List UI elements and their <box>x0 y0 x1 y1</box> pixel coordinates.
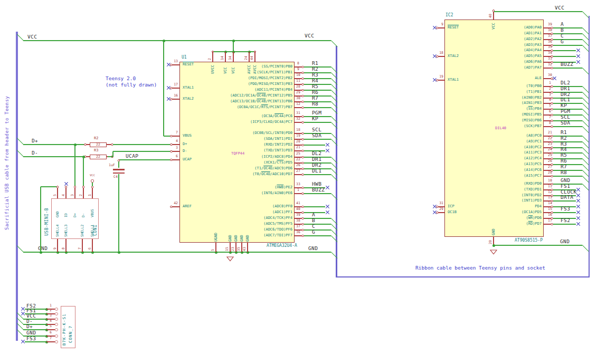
net-label-R8[interactable]: R8 <box>561 170 567 175</box>
note-teensy-line2: (not fully drawn) <box>106 82 157 88</box>
net-label-G[interactable]: G <box>312 229 315 235</box>
pin-number: 18 <box>292 128 305 132</box>
net-label-KP[interactable]: KP <box>312 116 318 121</box>
net-label-GND[interactable]: GND <box>560 239 570 244</box>
net-label-R7[interactable]: R7 <box>312 95 318 101</box>
net-label-FS1[interactable]: FS1 <box>561 184 570 189</box>
net-label-GND[interactable]: GND <box>38 246 48 251</box>
pin-number: 3 <box>71 194 74 196</box>
wire-segment <box>553 50 576 51</box>
net-label-SCL[interactable]: SCL <box>561 114 570 120</box>
pin-stub <box>295 235 302 236</box>
net-label-VCC[interactable]: VCC <box>555 5 564 11</box>
net-label-BUZZ[interactable]: BUZZ <box>561 62 573 67</box>
net-label-DR2[interactable]: DR2 <box>312 162 321 168</box>
pin-stub <box>233 52 233 62</box>
note-sacrificial-usb[interactable]: Sacrificial USB cable from header to Tee… <box>4 96 10 231</box>
net-label-R7[interactable]: R7 <box>561 164 567 169</box>
value-CON1[interactable]: USB-MINI-B <box>45 208 49 236</box>
net-label-SCL[interactable]: SCL <box>312 127 321 132</box>
net-label-R3[interactable]: R3 <box>312 72 318 78</box>
no-connect-icon <box>576 60 580 64</box>
net-label-R1[interactable]: R1 <box>561 130 567 135</box>
pin-name: (RD)PD7 <box>449 222 542 226</box>
net-label-C[interactable]: C <box>312 224 315 229</box>
net-label-R4[interactable]: R4 <box>312 78 318 83</box>
net-label-DL2[interactable]: DL2 <box>561 80 570 85</box>
net-label-B[interactable]: B <box>312 218 315 223</box>
net-label-D-[interactable]: D- <box>32 150 38 156</box>
net-label-FS3[interactable]: FS3 <box>561 206 570 212</box>
net-label-FS2[interactable]: FS2 <box>561 218 570 223</box>
pin-number: 6 <box>544 110 556 113</box>
net-label-FS3[interactable]: FS3 <box>26 336 36 341</box>
capacitor-c4-body[interactable] <box>113 169 125 170</box>
net-label-UCAP[interactable]: UCAP <box>126 154 138 159</box>
pin-name: SHELL1 <box>91 225 94 237</box>
no-connect-icon <box>325 143 329 147</box>
pin-name: (AIN0)PB2 <box>449 96 542 100</box>
net-label-G[interactable]: G <box>561 39 564 44</box>
net-label-DR1[interactable]: DR1 <box>312 157 321 162</box>
note-teensy[interactable]: Teensy 2.0 (not fully drawn) <box>106 75 157 88</box>
wire-segment <box>304 145 325 145</box>
wire-segment <box>118 174 119 252</box>
net-label-B[interactable]: B <box>561 27 564 33</box>
net-label-R8[interactable]: R8 <box>312 101 318 107</box>
ref-IC2[interactable]: IC2 <box>446 13 453 17</box>
net-label-PGM[interactable]: PGM <box>312 110 321 116</box>
net-label-KP[interactable]: KP <box>561 103 567 108</box>
pin-name: (ADC0)PF0 <box>183 205 292 208</box>
net-label-R4[interactable]: R4 <box>561 147 567 152</box>
note-ribbon-cable[interactable]: Ribbon cable between Teensy pins and soc… <box>415 265 545 271</box>
net-label-DR1[interactable]: DR1 <box>561 86 570 91</box>
bus-segment <box>16 32 17 341</box>
net-label-D+[interactable]: D+ <box>32 138 38 143</box>
pin-end-circle <box>55 318 58 321</box>
value-CONN7[interactable]: B7K-PH-K-S1 <box>62 313 67 346</box>
wire-segment <box>113 144 172 145</box>
net-label-A[interactable]: A <box>561 22 564 27</box>
net-label-R1[interactable]: R1 <box>312 61 318 66</box>
net-label-DL1[interactable]: DL1 <box>561 97 570 102</box>
net-label-R5[interactable]: R5 <box>312 84 318 89</box>
pin-stub <box>295 122 302 122</box>
net-label-C[interactable]: C <box>561 33 564 39</box>
wire-segment <box>304 107 331 108</box>
wire-segment <box>553 212 576 213</box>
capacitor-c4-body[interactable] <box>113 173 125 174</box>
net-label-GND[interactable]: GND <box>308 246 318 251</box>
net-label-GND[interactable]: GND <box>561 178 570 183</box>
no-connect-icon <box>576 222 580 226</box>
net-label-DL1[interactable]: DL1 <box>312 168 321 174</box>
pin-name: (SS/PCINT0)PB0 <box>183 65 292 69</box>
net-label-R5[interactable]: R5 <box>561 152 567 158</box>
net-label-DL2[interactable]: DL2 <box>312 151 321 156</box>
net-label-PGM[interactable]: PGM <box>561 109 570 114</box>
pin-stub <box>172 144 179 145</box>
pin-number: 34 <box>229 56 232 60</box>
net-label-R2[interactable]: R2 <box>312 66 318 72</box>
net-label-HWB[interactable]: HWB <box>312 181 321 187</box>
ref-CONN7[interactable]: CONN_7 <box>69 325 73 343</box>
net-label-R2[interactable]: R2 <box>561 136 567 141</box>
net-label-SDA[interactable]: SDA <box>312 133 321 138</box>
no-connect-icon <box>325 210 329 215</box>
net-label-D+[interactable]: D+ <box>26 324 33 329</box>
ref-U1[interactable]: U1 <box>182 55 187 60</box>
net-label-VCC[interactable]: VCC <box>305 33 314 39</box>
net-label-DATA[interactable]: DATA <box>561 195 573 200</box>
pin-name: SHELL3 <box>64 225 68 237</box>
pin-name: (INT6/AIN0)PE6 <box>183 191 292 195</box>
pin-end-circle <box>74 186 76 188</box>
no-connect-icon <box>21 312 25 316</box>
net-label-BUZZ[interactable]: BUZZ <box>312 187 325 193</box>
net-label-R6[interactable]: R6 <box>312 90 318 95</box>
pin-number: 14 <box>221 56 224 60</box>
wire-segment <box>553 27 582 28</box>
net-label-A[interactable]: A <box>312 212 315 217</box>
net-label-R6[interactable]: R6 <box>561 158 567 164</box>
net-label-SDA[interactable]: SDA <box>561 120 570 126</box>
net-label-GND[interactable]: GND <box>26 330 36 336</box>
net-label-VCC[interactable]: VCC <box>27 34 37 40</box>
